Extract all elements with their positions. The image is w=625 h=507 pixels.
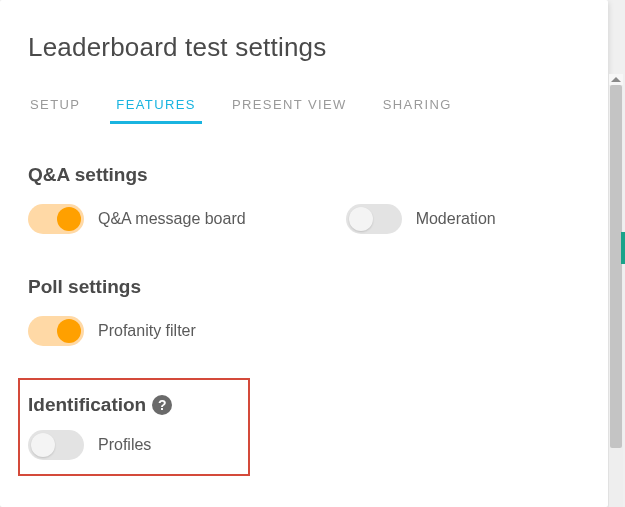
page-title: Leaderboard test settings [28,32,580,63]
scroll-track[interactable] [609,85,623,507]
profanity-filter-label: Profanity filter [98,322,196,340]
moderation-label: Moderation [416,210,496,228]
scroll-thumb[interactable] [610,85,622,448]
profiles-item: Profiles [28,430,151,460]
tab-setup[interactable]: SETUP [28,97,82,124]
poll-settings-title: Poll settings [28,276,580,298]
poll-settings-section: Poll settings Profanity filter [28,276,580,346]
tab-bar: SETUP FEATURES PRESENT VIEW SHARING [28,97,580,124]
profiles-label: Profiles [98,436,151,454]
profanity-filter-item: Profanity filter [28,316,196,346]
tab-sharing[interactable]: SHARING [381,97,454,124]
poll-toggle-row: Profanity filter [28,316,580,346]
help-icon[interactable]: ? [152,395,172,415]
moderation-toggle[interactable] [346,204,402,234]
qa-message-board-toggle[interactable] [28,204,84,234]
identification-title: Identification [28,394,146,416]
settings-modal: Leaderboard test settings SETUP FEATURES… [0,0,608,507]
profiles-toggle[interactable] [28,430,84,460]
qa-settings-section: Q&A settings Q&A message board Moderatio… [28,164,580,234]
identification-toggle-row: Profiles [28,430,240,460]
right-accent-strip [621,232,625,264]
qa-toggle-row: Q&A message board Moderation [28,204,580,234]
scrollbar[interactable] [609,74,623,507]
qa-message-board-item: Q&A message board [28,204,246,234]
identification-title-row: Identification ? [28,394,240,416]
scroll-up-icon[interactable] [611,77,621,82]
identification-highlight: Identification ? Profiles [18,378,250,476]
qa-settings-title: Q&A settings [28,164,580,186]
qa-message-board-label: Q&A message board [98,210,246,228]
moderation-item: Moderation [346,204,496,234]
tab-features[interactable]: FEATURES [114,97,198,124]
profanity-filter-toggle[interactable] [28,316,84,346]
tab-present-view[interactable]: PRESENT VIEW [230,97,349,124]
